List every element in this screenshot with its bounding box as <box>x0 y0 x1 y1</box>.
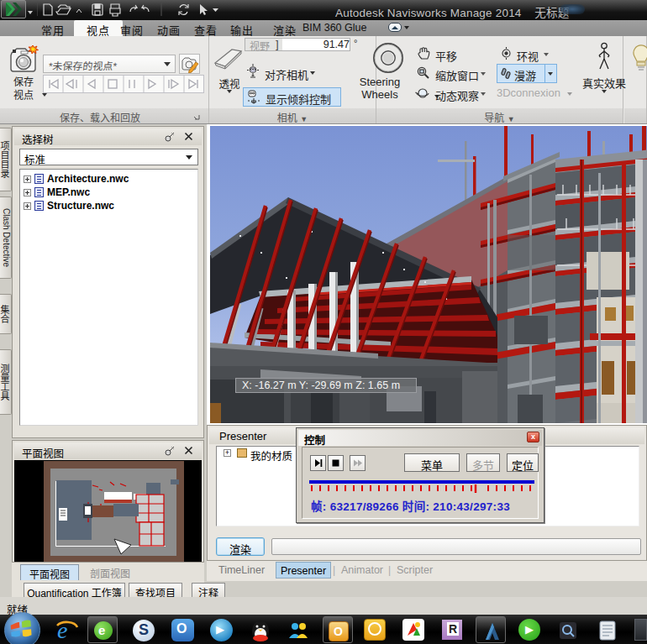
svg-text:e: e <box>57 617 67 642</box>
